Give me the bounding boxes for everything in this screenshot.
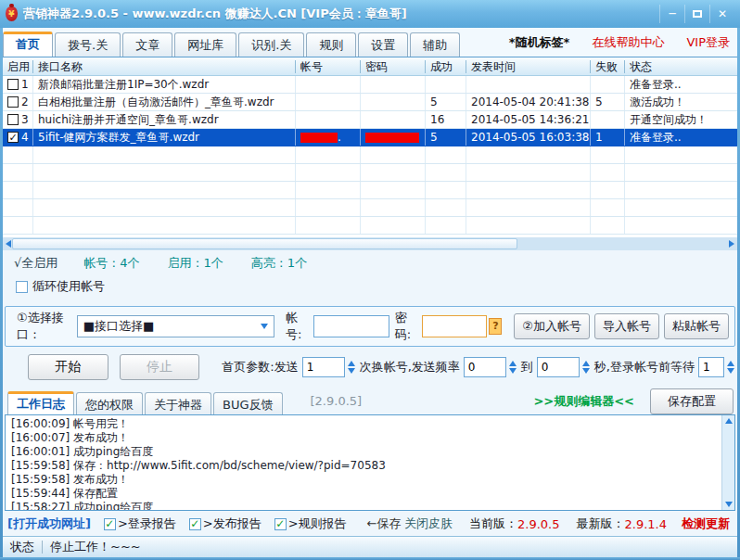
close-icon[interactable]: ✕ xyxy=(709,5,734,23)
report-checkbox[interactable]: ✓ xyxy=(274,518,287,530)
frequency-from-input[interactable] xyxy=(464,357,506,377)
empty-cell xyxy=(625,182,737,198)
report-checkbox[interactable]: ✓ xyxy=(104,518,116,530)
column-header[interactable]: 密码 xyxy=(361,60,426,73)
table-row[interactable]: 1新浪邮箱批量注册1IP=30个.wzdr准备登录.. xyxy=(3,76,737,94)
chevron-down-icon[interactable] xyxy=(725,502,733,507)
wait-stepper[interactable] xyxy=(727,361,734,374)
nav-tab[interactable]: 网址库 xyxy=(174,32,236,57)
row-enable-cell: 2 xyxy=(3,94,33,110)
report-checkbox[interactable]: ✓ xyxy=(189,518,201,530)
paste-accounts-button[interactable]: 粘贴帐号 xyxy=(664,313,729,339)
log-tab[interactable]: 工作日志 xyxy=(7,391,74,414)
rule-editor-link[interactable]: >>规则编辑器<< xyxy=(533,393,634,410)
empty-cell xyxy=(361,199,426,216)
frequency-to-stepper[interactable] xyxy=(582,361,590,374)
start-button[interactable]: 开始 xyxy=(28,354,108,380)
nav-tab[interactable]: 拨号.关 xyxy=(55,32,121,57)
wait-label: 秒,登录帐号前等待 xyxy=(594,359,695,375)
minimize-icon[interactable]: ─ xyxy=(659,5,684,23)
log-line: [15:59:44] 保存配置 xyxy=(6,487,734,501)
vip-login-link[interactable]: VIP登录 xyxy=(686,34,730,51)
row-checkbox[interactable] xyxy=(7,114,19,125)
open-success-url-link[interactable]: [打开成功网址] xyxy=(7,515,91,532)
chevron-right-icon[interactable] xyxy=(726,237,737,250)
chevron-up-icon[interactable] xyxy=(725,418,733,424)
loop-accounts-checkbox[interactable] xyxy=(16,281,28,293)
nav-tab[interactable]: 文章 xyxy=(122,32,172,57)
column-header[interactable]: 失败 xyxy=(591,60,625,73)
latest-version-value: 2.9.1.4 xyxy=(625,517,667,531)
row-checkbox[interactable] xyxy=(7,96,19,108)
table-row[interactable]: 2白相相批量注册（自动激活邮件）_章鱼哥.wzdr52014-05-04 20:… xyxy=(3,94,737,111)
row-enable-cell: ✓4 xyxy=(3,129,33,146)
row-checkbox[interactable] xyxy=(7,79,19,90)
maximize-icon[interactable] xyxy=(684,5,709,23)
column-header[interactable]: 接口名称 xyxy=(33,60,296,73)
interface-name-cell: huichi注册并开通空间_章鱼哥.wzdr xyxy=(33,111,296,128)
frequency-label: 次换帐号,发送频率 xyxy=(360,359,460,375)
password-cell xyxy=(361,111,426,128)
log-tab[interactable]: 关于神器 xyxy=(145,392,211,414)
work-log[interactable]: [16:00:09] 帐号用完！[16:00:07] 发布成功！[16:00:0… xyxy=(5,414,735,511)
report-option: ✓>规则报告 xyxy=(274,515,347,532)
interface-name-cell: 白相相批量注册（自动激活邮件）_章鱼哥.wzdr xyxy=(33,94,296,110)
column-header[interactable]: 启用 xyxy=(3,60,33,73)
status-cell: 激活成功！ xyxy=(625,94,737,110)
scrollbar-thumb[interactable] xyxy=(12,238,517,249)
to-label: 到 xyxy=(521,359,533,375)
row-checkbox[interactable]: ✓ xyxy=(7,132,19,143)
window-controls: ─ ✕ xyxy=(659,5,734,23)
nav-tab[interactable]: 识别.关 xyxy=(238,32,304,57)
column-header[interactable]: 帐号 xyxy=(296,60,361,73)
send-count-input[interactable] xyxy=(302,357,345,377)
import-accounts-button[interactable]: 导入帐号 xyxy=(594,313,659,339)
nav-tab[interactable]: 规则 xyxy=(306,32,356,57)
empty-cell xyxy=(466,182,591,198)
version-tag: [2.9.0.5] xyxy=(311,394,363,408)
frequency-to-input[interactable] xyxy=(537,357,580,377)
highlight-count: 高亮：1个 xyxy=(251,255,307,272)
select-all-toggle[interactable]: √全启用 xyxy=(14,255,57,272)
row-enable-cell: 3 xyxy=(3,111,33,128)
log-line: [16:00:09] 帐号用完！ xyxy=(6,417,734,431)
stop-button[interactable]: 停止 xyxy=(120,354,200,380)
empty-cell xyxy=(3,199,33,216)
check-update-link[interactable]: 检测更新 xyxy=(682,515,730,532)
nav-tab[interactable]: 设置 xyxy=(358,32,408,57)
empty-cell xyxy=(426,199,466,216)
add-account-button[interactable]: ②加入帐号 xyxy=(514,313,590,339)
save-config-button[interactable]: 保存配置 xyxy=(650,388,734,414)
interface-table: 启用接口名称帐号密码成功发表时间失败状态 1新浪邮箱批量注册1IP=30个.wz… xyxy=(3,57,737,237)
column-header[interactable]: 成功 xyxy=(426,60,466,73)
latest-version-label: 最新版： xyxy=(577,515,625,532)
horizontal-scrollbar[interactable] xyxy=(3,237,737,250)
log-tab[interactable]: 您的权限 xyxy=(76,392,143,414)
help-icon[interactable]: ? xyxy=(489,318,502,335)
wait-input[interactable] xyxy=(698,357,724,377)
column-header[interactable]: 状态 xyxy=(625,60,737,73)
empty-cell xyxy=(296,182,361,198)
current-version-label: 当前版： xyxy=(469,515,517,532)
maximize-glyph xyxy=(693,10,702,18)
interface-select[interactable]: ■接口选择■ xyxy=(77,315,274,337)
empty-cell xyxy=(625,199,737,216)
account-input[interactable] xyxy=(313,315,389,337)
loop-accounts-label: 循环使用帐号 xyxy=(32,278,105,295)
empty-cell xyxy=(33,182,296,198)
nav-tab[interactable]: 首页 xyxy=(3,32,53,57)
log-tab[interactable]: BUG反馈 xyxy=(213,392,283,414)
column-header[interactable]: 发表时间 xyxy=(466,60,591,73)
online-help-link[interactable]: 在线帮助中心 xyxy=(592,34,664,51)
send-count-stepper[interactable] xyxy=(348,361,355,374)
vertical-scrollbar[interactable] xyxy=(721,415,734,510)
close-skin-link[interactable]: 关闭皮肤 xyxy=(404,515,453,532)
frequency-from-stepper[interactable] xyxy=(509,361,517,374)
nav-tab[interactable]: 辅助 xyxy=(410,32,460,57)
table-row[interactable]: ✓45ifit-健网方案群发_章鱼哥.wzdr.52014-05-05 16:0… xyxy=(3,129,737,146)
empty-cell xyxy=(591,217,625,234)
main-tabs: 首页拨号.关文章网址库识别.关规则设置辅助 xyxy=(3,32,462,57)
password-input[interactable] xyxy=(422,315,487,337)
table-row[interactable]: 3huichi注册并开通空间_章鱼哥.wzdr162014-05-05 14:3… xyxy=(3,111,737,129)
empty-cell xyxy=(591,199,625,216)
